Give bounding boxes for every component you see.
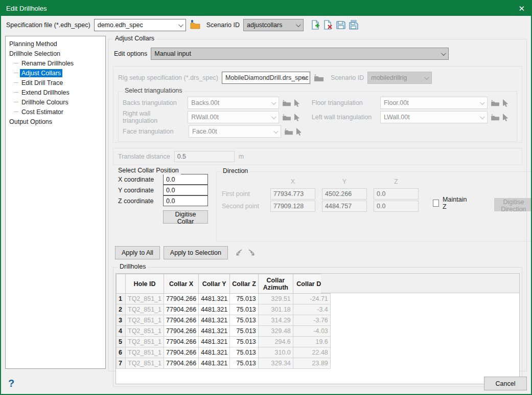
col-rownum[interactable] <box>117 274 126 294</box>
col-hole-id[interactable]: Hole ID <box>126 274 164 294</box>
collar-y-cell[interactable]: 4481.321 <box>199 304 230 315</box>
col-collar-x[interactable]: Collar X <box>164 274 199 294</box>
sidebar-item[interactable]: Output Options <box>8 117 103 126</box>
collar-x-cell[interactable]: 77904.266 <box>164 294 199 304</box>
sidebar-item-label: Extend Drillholes <box>20 89 71 97</box>
hole-id-cell[interactable]: TQ2_851_1 <box>126 337 164 347</box>
collar-x-cell[interactable]: 77904.266 <box>164 304 199 315</box>
collar-x-cell[interactable]: 77904.266 <box>164 315 199 326</box>
col-collar-y[interactable]: Collar Y <box>199 274 230 294</box>
edit-drillholes-dialog: Edit Drillholes ✕ Specification file (*.… <box>0 0 532 395</box>
triangulations-group: Select triangulations Backs triangulatio… <box>118 91 517 142</box>
cancel-button[interactable]: Cancel <box>484 377 527 390</box>
sidebar-item-label: Adjust Collars <box>20 69 62 77</box>
x-coordinate-input[interactable] <box>163 174 208 185</box>
titlebar: Edit Drillholes ✕ <box>1 1 531 16</box>
collar-y-cell[interactable]: 4481.321 <box>199 294 230 304</box>
collar-z-cell[interactable]: 75.013 <box>230 315 259 326</box>
sidebar-item[interactable]: Drillhole Selection <box>8 49 103 58</box>
face-label: Face triangulation <box>123 128 186 135</box>
collar-x-cell[interactable]: 77904.266 <box>164 358 199 369</box>
table-row: 4TQ2_851_177904.2664481.32175.013329.48-… <box>117 326 331 337</box>
apply-to-selection-button[interactable]: Apply to Selection <box>164 246 228 259</box>
apply-to-all-button[interactable]: Apply to All <box>115 246 160 259</box>
chevron-down-icon[interactable] <box>178 22 183 27</box>
direction-x-header: X <box>270 178 315 185</box>
col-collar-z[interactable]: Collar Z <box>230 274 259 294</box>
hole-id-cell[interactable]: TQ2_851_1 <box>126 304 164 315</box>
hole-id-cell[interactable]: TQ2_851_1 <box>126 294 164 304</box>
spec-file-combo[interactable]: demo.edh_spec <box>94 19 186 31</box>
collar-dip-cell: 19.6 <box>293 337 330 347</box>
rig-scenario-label: Scenario ID <box>331 74 364 81</box>
collar-z-cell[interactable]: 75.013 <box>230 294 259 304</box>
row-number-cell: 4 <box>117 326 126 337</box>
collar-y-cell[interactable]: 4481.321 <box>199 326 230 337</box>
sidebar-item[interactable]: Adjust Collars <box>8 68 103 78</box>
collar-x-cell[interactable]: 77904.266 <box>164 326 199 337</box>
collar-y-cell[interactable]: 4481.321 <box>199 347 230 358</box>
sidebar-item-label: Output Options <box>8 118 54 126</box>
right-wall-value: RWall.00t <box>191 114 219 121</box>
collar-x-cell[interactable]: 77904.266 <box>164 337 199 347</box>
chevron-down-icon[interactable] <box>296 22 301 27</box>
sidebar-item[interactable]: Edit Drill Trace <box>8 78 103 87</box>
collar-dip-cell: 22.48 <box>293 347 330 358</box>
maintain-z-checkbox[interactable] <box>433 200 439 207</box>
pick-cursor-icon <box>294 99 300 107</box>
edit-options-combo[interactable]: Manual input <box>151 48 449 60</box>
table-header-row: Hole ID Collar X Collar Y Collar Z Colla… <box>117 274 331 294</box>
close-icon[interactable]: ✕ <box>518 5 525 12</box>
sidebar-item[interactable]: Planning Method <box>8 39 103 49</box>
collar-y-cell[interactable]: 4481.321 <box>199 337 230 347</box>
direction-z-header: Z <box>374 178 419 185</box>
scenario-id-combo[interactable]: adjustcollars <box>243 19 304 31</box>
collar-y-cell[interactable]: 4481.321 <box>199 315 230 326</box>
sidebar-item[interactable]: Drillhole Colours <box>8 97 103 107</box>
table-row: 2TQ2_851_177904.2664481.32175.013301.18-… <box>117 304 331 315</box>
row-number-cell: 3 <box>117 315 126 326</box>
row-number-cell: 6 <box>117 347 126 358</box>
z-coordinate-input[interactable] <box>163 195 208 206</box>
collar-z-cell[interactable]: 75.013 <box>230 337 259 347</box>
floor-combo: Floor.00t <box>380 97 488 109</box>
footer: ? Cancel <box>1 373 531 394</box>
rig-spec-combo[interactable]: MobileDiamondDrill.drs_spec <box>222 72 310 84</box>
collar-z-cell[interactable]: 75.013 <box>230 304 259 315</box>
y-coordinate-input[interactable] <box>163 185 208 195</box>
save-icon[interactable] <box>336 20 346 30</box>
backs-label: Backs triangulation <box>123 99 184 106</box>
collar-azimuth-cell: 329.34 <box>258 358 293 369</box>
collar-z-cell[interactable]: 75.013 <box>230 326 259 337</box>
col-collar-azimuth[interactable]: Collar Azimuth <box>258 274 293 294</box>
sidebar-item[interactable]: Cost Estimator <box>8 107 103 117</box>
hole-id-cell[interactable]: TQ2_851_1 <box>126 315 164 326</box>
chevron-down-icon <box>273 128 279 134</box>
table-row: 1TQ2_851_177904.2664481.32175.013329.51-… <box>117 294 331 304</box>
sidebar-item[interactable]: Extend Drillholes <box>8 87 103 97</box>
rig-scenario-combo: mobiledrillrig <box>367 72 432 84</box>
digitise-collar-button[interactable]: Digitise Collar <box>163 210 208 224</box>
chevron-down-icon[interactable] <box>441 51 446 56</box>
face-value: Face.00t <box>192 128 217 135</box>
open-folder-icon[interactable] <box>190 20 201 30</box>
sidebar-item[interactable]: Rename Drillholes <box>8 58 103 68</box>
second-point-y-input <box>322 201 367 212</box>
collar-x-cell[interactable]: 77904.266 <box>164 347 199 358</box>
collar-z-cell[interactable]: 75.013 <box>230 358 259 369</box>
collar-z-cell[interactable]: 75.013 <box>230 347 259 358</box>
help-icon[interactable]: ? <box>8 378 14 389</box>
edit-options-label: Edit options <box>114 50 147 57</box>
second-point-x-input <box>270 201 315 212</box>
hole-id-cell[interactable]: TQ2_851_1 <box>126 326 164 337</box>
pick-cursor-icon <box>294 114 300 121</box>
collar-y-cell[interactable]: 4481.321 <box>199 358 230 369</box>
table-row: 7TQ2_851_177904.2664481.32175.013329.342… <box>117 358 331 369</box>
save-as-icon[interactable] <box>349 20 359 30</box>
hole-id-cell[interactable]: TQ2_851_1 <box>126 347 164 358</box>
delete-scenario-icon[interactable] <box>323 20 333 30</box>
scenario-id-value: adjustcollars <box>247 21 282 29</box>
hole-id-cell[interactable]: TQ2_851_1 <box>126 358 164 369</box>
digitise-direction-button: Digitise Direction <box>494 198 532 211</box>
new-scenario-icon[interactable] <box>310 20 320 30</box>
